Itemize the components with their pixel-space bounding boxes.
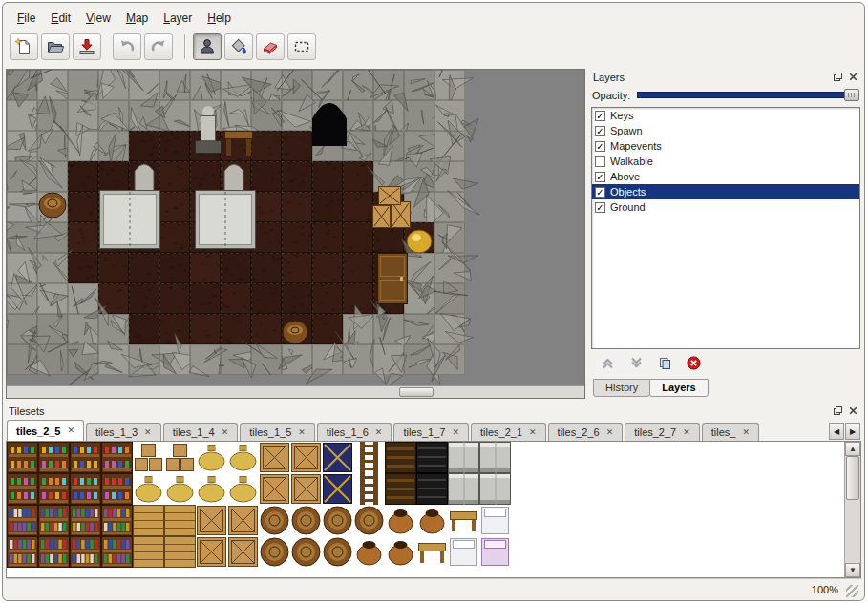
map-canvas[interactable] xyxy=(7,70,584,385)
undo-button[interactable] xyxy=(113,33,141,60)
tab-close-icon[interactable]: ✕ xyxy=(67,426,74,435)
layer-row-above[interactable]: ✓Above xyxy=(592,169,859,184)
save-button[interactable] xyxy=(73,33,101,60)
layer-row-keys[interactable]: ✓Keys xyxy=(592,108,859,123)
status-bar: 100% xyxy=(6,578,861,600)
menu-item-help[interactable]: Help xyxy=(200,10,239,27)
menu-item-edit[interactable]: Edit xyxy=(43,10,78,27)
fill-tool-icon xyxy=(229,37,248,56)
layers-panel-title: Layers xyxy=(593,72,625,83)
layer-name: Spawn xyxy=(610,125,643,136)
tileset-tab-tiles_[interactable]: tiles_✕ xyxy=(702,423,759,441)
move-down-icon xyxy=(629,356,644,373)
close-icon[interactable] xyxy=(847,72,858,83)
tilesets-panel-titlebar: Tilesets xyxy=(6,403,861,419)
close-icon[interactable] xyxy=(847,405,858,417)
tileset-tab-tiles_1_7[interactable]: tiles_1_7✕ xyxy=(393,423,469,441)
tileset-tab-tiles_2_1[interactable]: tiles_2_1✕ xyxy=(471,423,546,441)
layer-visibility-checkbox[interactable]: ✓ xyxy=(595,172,605,182)
tabs-scroll-left-button[interactable]: ◀ xyxy=(829,423,844,440)
tilesets-panel: Tilesets tiles_2_5✕tiles_1_3✕tiles_1_4✕t… xyxy=(6,403,861,578)
float-icon[interactable] xyxy=(832,72,843,83)
menu-item-layer[interactable]: Layer xyxy=(156,10,200,27)
move-down-button[interactable] xyxy=(628,357,644,372)
dock-tab-history[interactable]: History xyxy=(593,379,650,397)
layer-visibility-checkbox[interactable]: ✓ xyxy=(595,126,605,136)
tab-close-icon[interactable]: ✕ xyxy=(529,428,537,437)
stamp-tool-button[interactable] xyxy=(193,33,222,60)
layer-visibility-checkbox[interactable]: ✓ xyxy=(595,111,605,121)
layer-visibility-checkbox[interactable]: ✓ xyxy=(595,141,605,152)
layer-name: Mapevents xyxy=(610,140,662,152)
tileset-tab-tiles_1_5[interactable]: tiles_1_5✕ xyxy=(240,423,315,441)
tab-close-icon[interactable]: ✕ xyxy=(298,428,306,437)
resize-grip[interactable] xyxy=(846,585,858,597)
tileset-view: ▲ ▼ xyxy=(6,441,861,578)
select-tool-icon xyxy=(292,37,311,56)
move-up-button[interactable] xyxy=(600,357,615,372)
tab-close-icon[interactable]: ✕ xyxy=(222,428,229,437)
tileset-tab-tiles_2_6[interactable]: tiles_2_6✕ xyxy=(548,423,624,441)
scroll-up-icon[interactable]: ▲ xyxy=(845,442,860,456)
layer-toolbar xyxy=(590,349,861,379)
tab-close-icon[interactable]: ✕ xyxy=(452,428,459,437)
tileset-tab-tiles_2_5[interactable]: tiles_2_5✕ xyxy=(7,420,84,441)
layers-panel-titlebar: Layers xyxy=(590,69,861,85)
layer-row-ground[interactable]: ✓Ground xyxy=(592,199,859,215)
dock-tabbar: HistoryLayers xyxy=(590,379,861,399)
eraser-tool-icon xyxy=(261,37,280,56)
redo-button[interactable] xyxy=(144,33,173,60)
open-folder-button[interactable] xyxy=(41,33,70,60)
layer-name: Objects xyxy=(610,186,646,198)
menu-item-map[interactable]: Map xyxy=(118,10,156,27)
layer-visibility-checkbox[interactable]: ✓ xyxy=(595,187,605,198)
layer-visibility-checkbox[interactable]: ✓ xyxy=(595,202,605,213)
tab-label: tiles_ xyxy=(711,426,736,438)
toolbar-group xyxy=(10,33,101,60)
layer-row-walkable[interactable]: Walkable xyxy=(592,154,859,169)
tab-label: tiles_1_5 xyxy=(249,426,291,438)
tab-close-icon[interactable]: ✕ xyxy=(375,428,383,437)
select-tool-button[interactable] xyxy=(287,33,316,60)
scroll-down-icon[interactable]: ▼ xyxy=(845,563,860,577)
opacity-slider-handle[interactable] xyxy=(844,89,859,101)
tabs-scroll-right-button[interactable]: ▶ xyxy=(845,423,860,440)
menu-item-file[interactable]: File xyxy=(10,10,43,27)
tab-close-icon[interactable]: ✕ xyxy=(144,428,152,437)
scrollbar-track[interactable] xyxy=(845,456,860,563)
toolbar xyxy=(6,28,861,66)
app-window: FileEditViewMapLayerHelp Layers Opacity: xyxy=(2,2,865,601)
menu-bar: FileEditViewMapLayerHelp xyxy=(6,8,861,28)
stamp-tool-icon xyxy=(198,37,217,56)
scrollbar-thumb[interactable] xyxy=(846,456,859,500)
scrollbar-thumb[interactable] xyxy=(399,387,434,397)
tileset-vertical-scrollbar[interactable]: ▲ ▼ xyxy=(844,442,860,577)
tab-label: tiles_1_3 xyxy=(95,426,138,438)
duplicate-button[interactable] xyxy=(657,357,672,372)
layer-row-spawn[interactable]: ✓Spawn xyxy=(592,123,859,138)
map-horizontal-scrollbar[interactable] xyxy=(7,385,584,398)
tab-close-icon[interactable]: ✕ xyxy=(683,428,690,437)
tab-label: tiles_2_6 xyxy=(558,426,600,438)
layer-row-mapevents[interactable]: ✓Mapevents xyxy=(592,138,859,154)
menu-item-view[interactable]: View xyxy=(78,10,118,27)
tileset-tab-tiles_1_6[interactable]: tiles_1_6✕ xyxy=(317,423,392,441)
layer-row-objects[interactable]: ✓Objects xyxy=(592,184,859,199)
tab-label: tiles_2_1 xyxy=(480,426,522,438)
opacity-slider[interactable] xyxy=(637,89,859,101)
new-file-button[interactable] xyxy=(10,33,38,60)
tab-close-icon[interactable]: ✕ xyxy=(606,428,614,437)
tileset-tab-tiles_1_4[interactable]: tiles_1_4✕ xyxy=(163,423,239,441)
tileset-tab-tiles_2_7[interactable]: tiles_2_7✕ xyxy=(625,423,700,441)
delete-button[interactable] xyxy=(686,357,701,372)
zoom-level: 100% xyxy=(812,584,838,595)
tileset-tabbar: tiles_2_5✕tiles_1_3✕tiles_1_4✕tiles_1_5✕… xyxy=(6,419,861,441)
dock-tab-layers[interactable]: Layers xyxy=(649,379,708,397)
eraser-tool-button[interactable] xyxy=(256,33,285,60)
tab-close-icon[interactable]: ✕ xyxy=(742,428,750,437)
fill-tool-button[interactable] xyxy=(224,33,253,60)
layer-visibility-checkbox[interactable] xyxy=(595,156,605,167)
tileset-tab-tiles_1_3[interactable]: tiles_1_3✕ xyxy=(86,423,161,441)
tileset-canvas[interactable] xyxy=(7,442,844,577)
float-icon[interactable] xyxy=(832,405,843,417)
